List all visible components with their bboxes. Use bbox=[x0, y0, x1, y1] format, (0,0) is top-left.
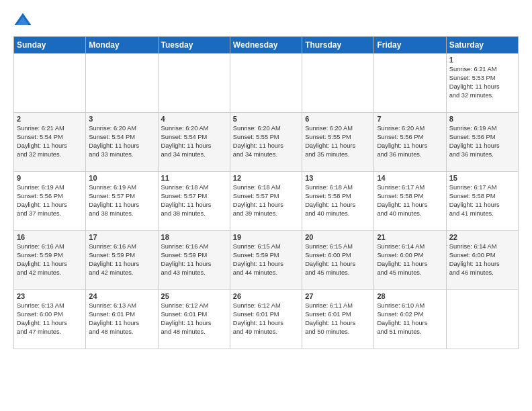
day-info: Sunrise: 6:16 AM Sunset: 5:59 PM Dayligh… bbox=[17, 242, 83, 277]
day-number: 1 bbox=[449, 56, 515, 64]
calendar-cell: 9Sunrise: 6:19 AM Sunset: 5:56 PM Daylig… bbox=[14, 172, 86, 231]
calendar-cell: 19Sunrise: 6:15 AM Sunset: 5:59 PM Dayli… bbox=[230, 231, 302, 290]
logo bbox=[13, 11, 35, 30]
calendar-cell bbox=[446, 290, 518, 349]
day-number: 18 bbox=[161, 233, 227, 241]
day-info: Sunrise: 6:19 AM Sunset: 5:56 PM Dayligh… bbox=[449, 124, 515, 159]
calendar-cell: 13Sunrise: 6:18 AM Sunset: 5:58 PM Dayli… bbox=[302, 172, 374, 231]
calendar-cell: 18Sunrise: 6:16 AM Sunset: 5:59 PM Dayli… bbox=[158, 231, 230, 290]
day-info: Sunrise: 6:21 AM Sunset: 5:54 PM Dayligh… bbox=[17, 124, 83, 159]
calendar-cell bbox=[86, 54, 158, 113]
day-info: Sunrise: 6:20 AM Sunset: 5:55 PM Dayligh… bbox=[305, 124, 371, 159]
day-number: 11 bbox=[161, 174, 227, 182]
calendar-cell: 4Sunrise: 6:20 AM Sunset: 5:54 PM Daylig… bbox=[158, 113, 230, 172]
calendar-week-row: 2Sunrise: 6:21 AM Sunset: 5:54 PM Daylig… bbox=[14, 113, 519, 172]
calendar-cell: 21Sunrise: 6:14 AM Sunset: 6:00 PM Dayli… bbox=[374, 231, 446, 290]
calendar-cell: 24Sunrise: 6:13 AM Sunset: 6:01 PM Dayli… bbox=[86, 290, 158, 349]
calendar-week-row: 9Sunrise: 6:19 AM Sunset: 5:56 PM Daylig… bbox=[14, 172, 519, 231]
day-info: Sunrise: 6:11 AM Sunset: 6:01 PM Dayligh… bbox=[305, 302, 371, 336]
day-number: 27 bbox=[305, 292, 371, 300]
day-number: 24 bbox=[89, 292, 154, 300]
weekday-header-wednesday: Wednesday bbox=[230, 37, 302, 54]
calendar-cell bbox=[302, 54, 374, 113]
weekday-header-sunday: Sunday bbox=[14, 37, 86, 54]
calendar-cell: 25Sunrise: 6:12 AM Sunset: 6:01 PM Dayli… bbox=[158, 290, 230, 349]
day-number: 22 bbox=[449, 233, 515, 241]
day-number: 7 bbox=[377, 115, 443, 123]
day-number: 25 bbox=[161, 292, 227, 300]
day-number: 26 bbox=[233, 292, 299, 300]
day-info: Sunrise: 6:20 AM Sunset: 5:54 PM Dayligh… bbox=[161, 124, 227, 159]
day-info: Sunrise: 6:15 AM Sunset: 6:00 PM Dayligh… bbox=[305, 242, 371, 277]
day-number: 2 bbox=[17, 115, 83, 123]
calendar-cell bbox=[230, 54, 302, 113]
day-info: Sunrise: 6:19 AM Sunset: 5:57 PM Dayligh… bbox=[89, 183, 154, 218]
calendar-cell bbox=[158, 54, 230, 113]
day-info: Sunrise: 6:16 AM Sunset: 5:59 PM Dayligh… bbox=[89, 242, 154, 277]
calendar-cell: 22Sunrise: 6:14 AM Sunset: 6:00 PM Dayli… bbox=[446, 231, 518, 290]
weekday-header-saturday: Saturday bbox=[446, 37, 518, 54]
day-number: 3 bbox=[89, 115, 154, 123]
calendar-cell: 10Sunrise: 6:19 AM Sunset: 5:57 PM Dayli… bbox=[86, 172, 158, 231]
day-number: 10 bbox=[89, 174, 154, 182]
day-info: Sunrise: 6:12 AM Sunset: 6:01 PM Dayligh… bbox=[233, 302, 299, 336]
day-info: Sunrise: 6:18 AM Sunset: 5:57 PM Dayligh… bbox=[161, 183, 227, 218]
day-info: Sunrise: 6:15 AM Sunset: 5:59 PM Dayligh… bbox=[233, 242, 299, 277]
weekday-header-monday: Monday bbox=[86, 37, 158, 54]
weekday-header-friday: Friday bbox=[374, 37, 446, 54]
calendar-cell: 23Sunrise: 6:13 AM Sunset: 6:00 PM Dayli… bbox=[14, 290, 86, 349]
calendar-cell: 12Sunrise: 6:18 AM Sunset: 5:57 PM Dayli… bbox=[230, 172, 302, 231]
calendar-cell: 26Sunrise: 6:12 AM Sunset: 6:01 PM Dayli… bbox=[230, 290, 302, 349]
calendar-week-row: 23Sunrise: 6:13 AM Sunset: 6:00 PM Dayli… bbox=[14, 290, 519, 349]
calendar-week-row: 16Sunrise: 6:16 AM Sunset: 5:59 PM Dayli… bbox=[14, 231, 519, 290]
day-info: Sunrise: 6:13 AM Sunset: 6:01 PM Dayligh… bbox=[89, 302, 154, 336]
day-number: 23 bbox=[17, 292, 83, 300]
day-number: 19 bbox=[233, 233, 299, 241]
calendar-cell: 14Sunrise: 6:17 AM Sunset: 5:58 PM Dayli… bbox=[374, 172, 446, 231]
day-info: Sunrise: 6:14 AM Sunset: 6:00 PM Dayligh… bbox=[377, 242, 443, 277]
calendar-cell: 28Sunrise: 6:10 AM Sunset: 6:02 PM Dayli… bbox=[374, 290, 446, 349]
day-info: Sunrise: 6:17 AM Sunset: 5:58 PM Dayligh… bbox=[377, 183, 443, 218]
day-number: 20 bbox=[305, 233, 371, 241]
day-info: Sunrise: 6:13 AM Sunset: 6:00 PM Dayligh… bbox=[17, 302, 83, 336]
day-info: Sunrise: 6:19 AM Sunset: 5:56 PM Dayligh… bbox=[17, 183, 83, 218]
calendar-table: SundayMondayTuesdayWednesdayThursdayFrid… bbox=[13, 36, 519, 349]
calendar-cell: 11Sunrise: 6:18 AM Sunset: 5:57 PM Dayli… bbox=[158, 172, 230, 231]
day-number: 15 bbox=[449, 174, 515, 182]
day-number: 6 bbox=[305, 115, 371, 123]
calendar-cell: 20Sunrise: 6:15 AM Sunset: 6:00 PM Dayli… bbox=[302, 231, 374, 290]
calendar-cell bbox=[14, 54, 86, 113]
calendar-cell: 15Sunrise: 6:17 AM Sunset: 5:58 PM Dayli… bbox=[446, 172, 518, 231]
day-info: Sunrise: 6:17 AM Sunset: 5:58 PM Dayligh… bbox=[449, 183, 515, 218]
day-number: 16 bbox=[17, 233, 83, 241]
calendar-cell: 6Sunrise: 6:20 AM Sunset: 5:55 PM Daylig… bbox=[302, 113, 374, 172]
day-info: Sunrise: 6:10 AM Sunset: 6:02 PM Dayligh… bbox=[377, 302, 443, 336]
calendar-cell: 17Sunrise: 6:16 AM Sunset: 5:59 PM Dayli… bbox=[86, 231, 158, 290]
calendar-cell: 27Sunrise: 6:11 AM Sunset: 6:01 PM Dayli… bbox=[302, 290, 374, 349]
day-number: 4 bbox=[161, 115, 227, 123]
weekday-header-row: SundayMondayTuesdayWednesdayThursdayFrid… bbox=[14, 37, 519, 54]
day-info: Sunrise: 6:21 AM Sunset: 5:53 PM Dayligh… bbox=[449, 65, 515, 100]
day-number: 13 bbox=[305, 174, 371, 182]
day-info: Sunrise: 6:18 AM Sunset: 5:58 PM Dayligh… bbox=[305, 183, 371, 218]
day-info: Sunrise: 6:16 AM Sunset: 5:59 PM Dayligh… bbox=[161, 242, 227, 277]
weekday-header-tuesday: Tuesday bbox=[158, 37, 230, 54]
day-number: 8 bbox=[449, 115, 515, 123]
page: SundayMondayTuesdayWednesdayThursdayFrid… bbox=[0, 0, 532, 411]
day-number: 9 bbox=[17, 174, 83, 182]
day-number: 17 bbox=[89, 233, 154, 241]
header bbox=[13, 11, 519, 30]
day-info: Sunrise: 6:12 AM Sunset: 6:01 PM Dayligh… bbox=[161, 302, 227, 336]
day-number: 14 bbox=[377, 174, 443, 182]
calendar-cell: 1Sunrise: 6:21 AM Sunset: 5:53 PM Daylig… bbox=[446, 54, 518, 113]
day-info: Sunrise: 6:18 AM Sunset: 5:57 PM Dayligh… bbox=[233, 183, 299, 218]
day-number: 12 bbox=[233, 174, 299, 182]
day-info: Sunrise: 6:20 AM Sunset: 5:54 PM Dayligh… bbox=[89, 124, 154, 159]
day-info: Sunrise: 6:14 AM Sunset: 6:00 PM Dayligh… bbox=[449, 242, 515, 277]
calendar-week-row: 1Sunrise: 6:21 AM Sunset: 5:53 PM Daylig… bbox=[14, 54, 519, 113]
logo-icon bbox=[13, 11, 32, 30]
calendar-cell: 2Sunrise: 6:21 AM Sunset: 5:54 PM Daylig… bbox=[14, 113, 86, 172]
calendar-cell: 8Sunrise: 6:19 AM Sunset: 5:56 PM Daylig… bbox=[446, 113, 518, 172]
day-number: 21 bbox=[377, 233, 443, 241]
weekday-header-thursday: Thursday bbox=[302, 37, 374, 54]
